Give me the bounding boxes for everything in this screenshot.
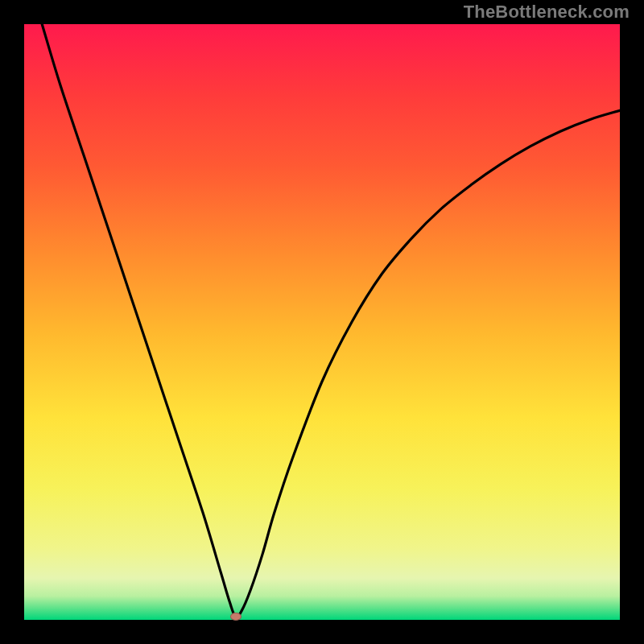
chart-frame: TheBottleneck.com [0, 0, 644, 644]
watermark-text: TheBottleneck.com [464, 2, 630, 23]
bottleneck-curve [24, 24, 620, 620]
